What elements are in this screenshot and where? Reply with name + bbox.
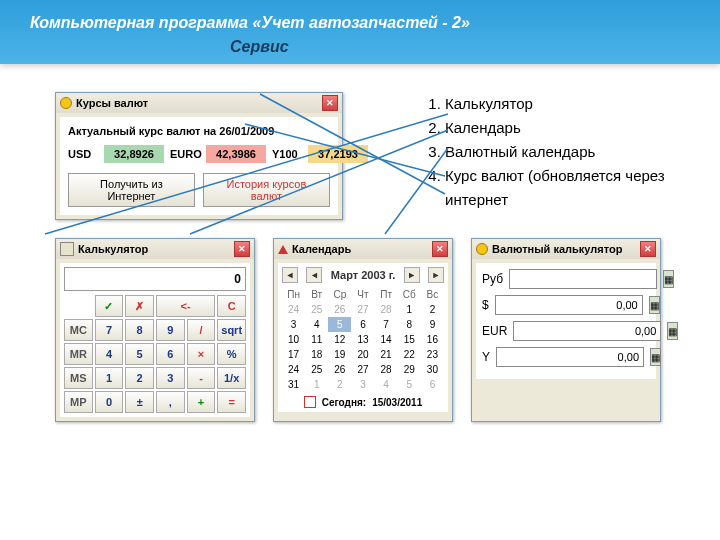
calendar-day[interactable]: 17 xyxy=(282,347,305,362)
calc-icon-button[interactable]: ▦ xyxy=(667,322,678,340)
feature-item: Календарь xyxy=(445,116,700,140)
calendar-day[interactable]: 10 xyxy=(282,332,305,347)
currency-input[interactable] xyxy=(495,295,643,315)
calendar-day[interactable]: 24 xyxy=(282,302,305,317)
calendar-day[interactable]: 2 xyxy=(421,302,444,317)
calendar-day[interactable]: 18 xyxy=(305,347,328,362)
key-sqrt[interactable]: sqrt xyxy=(217,319,246,341)
key-5[interactable]: 5 xyxy=(125,343,154,365)
calendar-body: ◄ ◄ Март 2003 г. ► ► ПнВтСрЧтПтСбВс24252… xyxy=(278,263,448,412)
calendar-day[interactable]: 6 xyxy=(421,377,444,392)
calendar-day[interactable]: 24 xyxy=(282,362,305,377)
calendar-day[interactable]: 1 xyxy=(305,377,328,392)
calendar-day[interactable]: 16 xyxy=(421,332,444,347)
key-divide[interactable]: / xyxy=(187,319,216,341)
section-subtitle: Сервис xyxy=(230,38,690,56)
calendar-day[interactable]: 8 xyxy=(398,317,421,332)
prev-month-button[interactable]: ◄ xyxy=(282,267,298,283)
close-icon[interactable]: ✕ xyxy=(234,241,250,257)
calendar-day[interactable]: 27 xyxy=(351,362,374,377)
currency-input[interactable] xyxy=(513,321,661,341)
calendar-day[interactable]: 23 xyxy=(421,347,444,362)
next-month-button2[interactable]: ► xyxy=(428,267,444,283)
key-mplus[interactable]: MP xyxy=(64,391,93,413)
calendar-day[interactable]: 11 xyxy=(305,332,328,347)
calculator-body: 0 ✓ ✗ <- C MC 7 8 9 / sqrt MR 4 5 6 × % … xyxy=(60,263,250,417)
calendar-day[interactable]: 25 xyxy=(305,362,328,377)
key-plusminus[interactable]: ± xyxy=(125,391,154,413)
prev-month-button2[interactable]: ◄ xyxy=(306,267,322,283)
key-3[interactable]: 3 xyxy=(156,367,185,389)
calendar-day[interactable]: 1 xyxy=(398,302,421,317)
key-inverse[interactable]: 1/x xyxy=(217,367,246,389)
weekday-header: Сб xyxy=(398,287,421,302)
close-icon[interactable]: ✕ xyxy=(640,241,656,257)
rate-history-button[interactable]: История курсов валют xyxy=(203,173,330,207)
key-mr[interactable]: MR xyxy=(64,343,93,365)
close-icon[interactable]: ✕ xyxy=(432,241,448,257)
calendar-day[interactable]: 6 xyxy=(351,317,374,332)
weekday-header: Вт xyxy=(305,287,328,302)
key-check[interactable]: ✓ xyxy=(95,295,124,317)
key-percent[interactable]: % xyxy=(217,343,246,365)
calendar-day[interactable]: 19 xyxy=(328,347,351,362)
calendar-day[interactable]: 15 xyxy=(398,332,421,347)
key-0[interactable]: 0 xyxy=(95,391,124,413)
currency-input[interactable] xyxy=(509,269,657,289)
calendar-day[interactable]: 9 xyxy=(421,317,444,332)
next-month-button[interactable]: ► xyxy=(404,267,420,283)
calendar-day[interactable]: 25 xyxy=(305,302,328,317)
calendar-day[interactable]: 20 xyxy=(351,347,374,362)
calc-icon-button[interactable]: ▦ xyxy=(649,296,660,314)
calendar-day[interactable]: 31 xyxy=(282,377,305,392)
key-ms[interactable]: MS xyxy=(64,367,93,389)
calendar-day[interactable]: 13 xyxy=(351,332,374,347)
calendar-day[interactable]: 4 xyxy=(375,377,398,392)
calendar-day[interactable]: 5 xyxy=(398,377,421,392)
key-9[interactable]: 9 xyxy=(156,319,185,341)
key-multiply[interactable]: × xyxy=(187,343,216,365)
close-icon[interactable]: ✕ xyxy=(322,95,338,111)
key-minus[interactable]: - xyxy=(187,367,216,389)
key-plus[interactable]: + xyxy=(187,391,216,413)
calendar-day[interactable]: 4 xyxy=(305,317,328,332)
key-6[interactable]: 6 xyxy=(156,343,185,365)
calendar-day[interactable]: 12 xyxy=(328,332,351,347)
calendar-day[interactable]: 29 xyxy=(398,362,421,377)
currency-input[interactable] xyxy=(496,347,644,367)
calendar-day[interactable]: 26 xyxy=(328,362,351,377)
key-clear[interactable]: C xyxy=(217,295,246,317)
key-2[interactable]: 2 xyxy=(125,367,154,389)
calendar-day[interactable]: 28 xyxy=(375,302,398,317)
key-backspace[interactable]: <- xyxy=(156,295,215,317)
key-x[interactable]: ✗ xyxy=(125,295,154,317)
key-1[interactable]: 1 xyxy=(95,367,124,389)
rates-title: Курсы валют xyxy=(76,97,148,109)
rate-row: USD 32,8926 EURO 42,3986 Y100 37,2193 xyxy=(68,145,330,163)
calendar-day[interactable]: 30 xyxy=(421,362,444,377)
calc-icon-button[interactable]: ▦ xyxy=(650,348,661,366)
key-mc[interactable]: MC xyxy=(64,319,93,341)
calc-icon-button[interactable]: ▦ xyxy=(663,270,674,288)
calendar-day[interactable]: 22 xyxy=(398,347,421,362)
key-comma[interactable]: , xyxy=(156,391,185,413)
calendar-day[interactable]: 3 xyxy=(282,317,305,332)
calendar-day[interactable]: 5 xyxy=(328,317,351,332)
calendar-day[interactable]: 3 xyxy=(351,377,374,392)
calculator-window: Калькулятор ✕ 0 ✓ ✗ <- C MC 7 8 9 / sqrt… xyxy=(55,238,255,422)
calendar-day[interactable]: 2 xyxy=(328,377,351,392)
calendar-day[interactable]: 14 xyxy=(375,332,398,347)
key-7[interactable]: 7 xyxy=(95,319,124,341)
currency-row: EUR▦ xyxy=(482,321,650,341)
key-4[interactable]: 4 xyxy=(95,343,124,365)
key-8[interactable]: 8 xyxy=(125,319,154,341)
calendar-day[interactable]: 28 xyxy=(375,362,398,377)
calendar-grid: ПнВтСрЧтПтСбВс24252627281234567891011121… xyxy=(282,287,444,392)
calendar-window: Календарь ✕ ◄ ◄ Март 2003 г. ► ► ПнВтСрЧ… xyxy=(273,238,453,422)
get-from-internet-button[interactable]: Получить из Интернет xyxy=(68,173,195,207)
calendar-day[interactable]: 27 xyxy=(351,302,374,317)
calendar-day[interactable]: 21 xyxy=(375,347,398,362)
calendar-day[interactable]: 7 xyxy=(375,317,398,332)
calendar-day[interactable]: 26 xyxy=(328,302,351,317)
key-equals[interactable]: = xyxy=(217,391,246,413)
